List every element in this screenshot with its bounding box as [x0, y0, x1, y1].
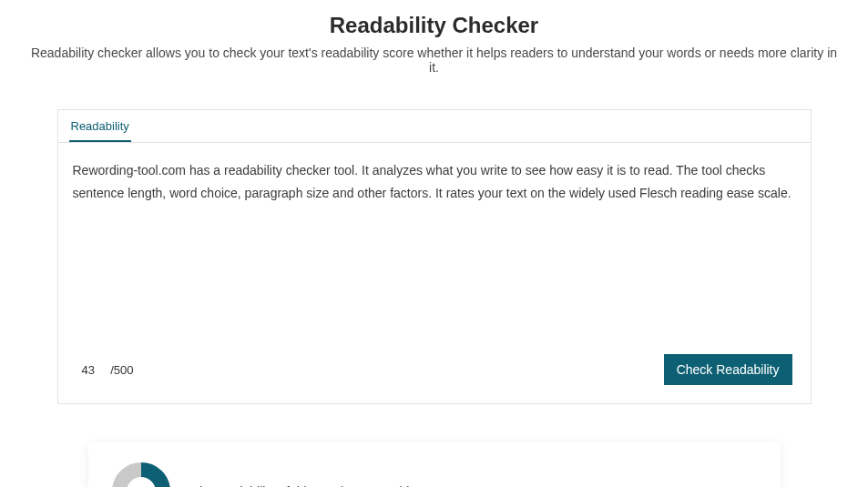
editor-area: Rewording-tool.com has a readability che…	[58, 143, 811, 403]
page-title: Readability Checker	[0, 13, 868, 38]
readability-donut: 77%	[112, 462, 170, 487]
word-count-limit: /500	[110, 363, 133, 377]
text-input[interactable]: Rewording-tool.com has a readability che…	[67, 157, 802, 349]
word-count: 43 /500	[73, 363, 134, 377]
word-count-value: 43	[82, 363, 102, 377]
result-card: 77% The readability of this text is appr…	[88, 442, 781, 487]
editor-card: Readability Rewording-tool.com has a rea…	[57, 109, 812, 404]
page-subtitle: Readability checker allows you to check …	[0, 46, 868, 75]
check-readability-button[interactable]: Check Readability	[664, 354, 792, 385]
tab-readability[interactable]: Readability	[69, 110, 131, 142]
donut-chart-icon	[112, 462, 170, 487]
tabs-bar: Readability	[58, 110, 811, 143]
editor-footer: 43 /500 Check Readability	[67, 349, 802, 394]
